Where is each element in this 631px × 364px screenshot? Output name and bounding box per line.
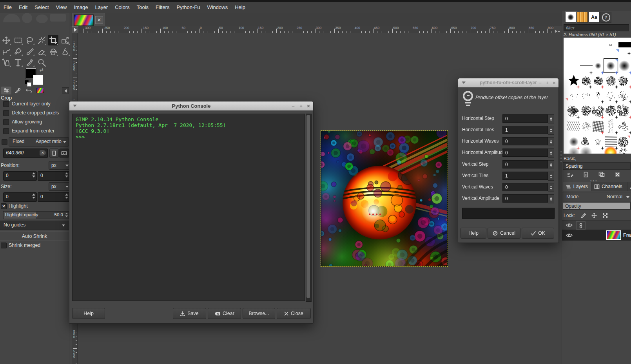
checkbox-allow-growing[interactable]: [3, 119, 9, 125]
image-window-menu-button[interactable]: [72, 26, 79, 33]
console-scrollbar[interactable]: [306, 114, 312, 302]
field-input-vertical-step[interactable]: 0: [502, 160, 548, 168]
tab-patterns[interactable]: [577, 12, 588, 23]
menu-colors[interactable]: Colors: [111, 2, 133, 13]
position-unit-dropdown[interactable]: px: [49, 161, 71, 170]
position-x-input[interactable]: 0: [3, 171, 37, 181]
spin-down-icon[interactable]: [65, 197, 68, 199]
ink-tool-button[interactable]: [1, 57, 11, 67]
clear-entry-icon[interactable]: ✕: [40, 150, 46, 156]
tab-channels[interactable]: Channels: [591, 182, 627, 191]
eraser-tool-button[interactable]: [36, 46, 47, 56]
maximize-button[interactable]: +: [544, 78, 551, 87]
fuzzy-select-tool-button[interactable]: [36, 35, 47, 45]
clone-tool-button[interactable]: [48, 46, 58, 56]
lock-position-icon[interactable]: [591, 213, 597, 218]
menu-edit[interactable]: Edit: [15, 2, 31, 13]
minimize-button[interactable]: −: [537, 78, 544, 87]
tab-undo-history[interactable]: [24, 87, 34, 94]
crop-tool-button[interactable]: [48, 35, 58, 45]
menu-help[interactable]: Help: [231, 2, 249, 13]
dialog-titlebar[interactable]: python-fu-ofn-scroll-layer − + ×: [458, 78, 558, 87]
ok-button[interactable]: OK: [522, 228, 554, 239]
spinner[interactable]: [548, 114, 554, 123]
console-titlebar[interactable]: Python Console − + ×: [69, 101, 313, 110]
smudge-tool-button[interactable]: [60, 46, 70, 56]
field-input-horizontal-amplitude[interactable]: 0: [502, 148, 548, 157]
field-input-horizontal-step[interactable]: 0: [502, 114, 548, 123]
spinner[interactable]: [548, 160, 554, 169]
spin-down-icon[interactable]: [32, 176, 35, 177]
bucket-fill-tool-button[interactable]: [13, 46, 23, 56]
rectangle-select-tool-button[interactable]: [13, 35, 23, 45]
landscape-orientation-button[interactable]: [59, 148, 69, 158]
size-unit-dropdown[interactable]: px: [49, 182, 71, 191]
spinner[interactable]: [548, 126, 554, 135]
spinner[interactable]: [548, 137, 554, 146]
clear-button[interactable]: Clear: [208, 308, 241, 319]
portrait-orientation-button[interactable]: [49, 148, 59, 158]
warp-transform-tool-button[interactable]: [1, 46, 11, 56]
guides-dropdown[interactable]: No guides: [0, 221, 69, 230]
checkbox-fixed[interactable]: [2, 139, 7, 145]
field-input-vertical-waves[interactable]: 0: [502, 183, 548, 191]
layer-visibility-icon[interactable]: [566, 232, 573, 239]
layer-opacity-slider[interactable]: Opacity: [563, 202, 631, 210]
spin-up-icon[interactable]: [32, 194, 35, 196]
brush-grid[interactable]: [564, 38, 631, 154]
background-color-swatch[interactable]: [33, 75, 43, 85]
default-colors-icon[interactable]: [27, 82, 31, 87]
tab-layers[interactable]: Layers: [563, 182, 591, 191]
save-button[interactable]: Save: [173, 308, 206, 319]
canvas-image-fractal[interactable]: [321, 131, 447, 266]
menu-tools[interactable]: Tools: [133, 2, 152, 13]
close-image-icon[interactable]: ✕: [95, 16, 103, 24]
unified-transform-tool-button[interactable]: [60, 35, 70, 45]
field-input-horizontal-waves[interactable]: 0: [502, 137, 548, 145]
field-input-vertical-amplitude[interactable]: 0: [502, 194, 548, 203]
spin-down-icon[interactable]: [65, 216, 68, 217]
size-width-input[interactable]: 0: [3, 192, 37, 202]
brush-spacing-slider[interactable]: Spacing: [563, 162, 631, 170]
new-brush-button[interactable]: [582, 171, 590, 178]
spin-up-icon[interactable]: [32, 172, 35, 174]
close-button[interactable]: ×: [305, 101, 312, 110]
image-tab[interactable]: ✕: [72, 13, 105, 26]
duplicate-brush-button[interactable]: [597, 171, 606, 178]
tab-paths[interactable]: [627, 182, 631, 191]
lock-alpha-icon[interactable]: [602, 213, 608, 218]
spinner[interactable]: [548, 172, 554, 181]
tab-device-status[interactable]: [12, 87, 23, 94]
maximize-button[interactable]: +: [297, 101, 305, 110]
tab-fonts[interactable]: Aa: [589, 12, 600, 23]
menu-image[interactable]: Image: [70, 2, 91, 13]
brush-filter-input[interactable]: [564, 24, 629, 31]
color-picker-tool-button[interactable]: [24, 57, 35, 67]
checkbox-expand-from-center[interactable]: [3, 128, 9, 134]
text-tool-button[interactable]: [13, 57, 23, 67]
size-height-input[interactable]: 0: [38, 192, 70, 202]
menu-file[interactable]: File: [0, 2, 15, 13]
checkbox-current-layer-only[interactable]: [3, 101, 9, 107]
tab-image-thumbnail[interactable]: [35, 87, 45, 94]
help-button[interactable]: Help: [72, 308, 105, 319]
checkbox-shrink-merged[interactable]: [1, 243, 7, 248]
console-output[interactable]: GIMP 2.10.34 Python Console Python 2.7.1…: [72, 114, 305, 301]
spin-up-icon[interactable]: [65, 172, 68, 174]
edit-brush-button[interactable]: [566, 171, 575, 178]
cancel-button[interactable]: Cancel: [488, 228, 520, 239]
layer-mode-row[interactable]: Mode Normal: [562, 192, 631, 201]
browse-button[interactable]: Browse...: [243, 308, 275, 319]
swap-colors-icon[interactable]: ⇄: [40, 67, 44, 72]
lock-pixels-icon[interactable]: [580, 213, 586, 218]
spinner[interactable]: [548, 148, 554, 158]
position-y-input[interactable]: 0: [38, 171, 70, 181]
window-menu-icon[interactable]: [462, 81, 466, 84]
checkbox-delete-cropped-pixels[interactable]: [3, 110, 9, 116]
close-console-button[interactable]: Close: [277, 308, 311, 319]
delete-brush-button[interactable]: [613, 171, 622, 178]
spinner[interactable]: [548, 183, 554, 192]
aspect-ratio-input[interactable]: 640:360 ✕: [3, 148, 48, 158]
auto-shrink-button[interactable]: Auto Shrink: [0, 232, 69, 241]
free-select-tool-button[interactable]: [24, 35, 35, 45]
